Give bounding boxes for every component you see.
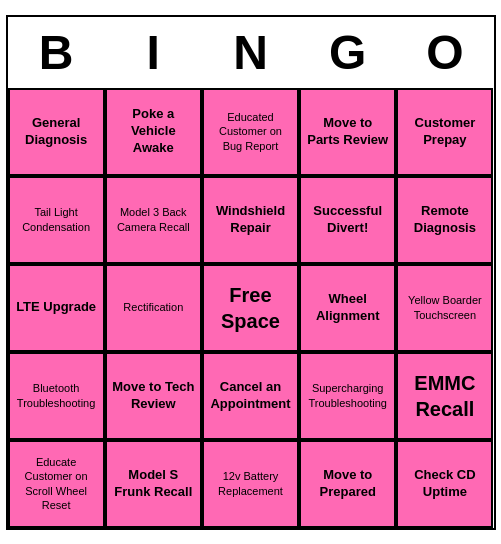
bingo-cell-text-14: Yellow Boarder Touchscreen: [402, 293, 487, 322]
bingo-cell-text-10: LTE Upgrade: [16, 299, 96, 316]
bingo-cell-10: LTE Upgrade: [8, 264, 105, 352]
bingo-cell-23: Move to Prepared: [299, 440, 396, 528]
bingo-cell-20: Educate Customer on Scroll Wheel Reset: [8, 440, 105, 528]
bingo-cell-text-19: EMMC Recall: [402, 370, 487, 422]
bingo-cell-18: Supercharging Troubleshooting: [299, 352, 396, 440]
bingo-grid: General DiagnosisPoke a Vehicle AwakeEdu…: [8, 88, 494, 528]
bingo-cell-text-1: Poke a Vehicle Awake: [111, 106, 196, 157]
bingo-cell-19: EMMC Recall: [396, 352, 493, 440]
bingo-letter-g: G: [299, 17, 396, 88]
bingo-cell-2: Educated Customer on Bug Report: [202, 88, 299, 176]
bingo-cell-12: Free Space: [202, 264, 299, 352]
bingo-cell-8: Successful Divert!: [299, 176, 396, 264]
bingo-cell-9: Remote Diagnosis: [396, 176, 493, 264]
bingo-letter-o: O: [396, 17, 493, 88]
bingo-cell-16: Move to Tech Review: [105, 352, 202, 440]
bingo-cell-11: Rectification: [105, 264, 202, 352]
bingo-cell-21: Model S Frunk Recall: [105, 440, 202, 528]
bingo-cell-text-20: Educate Customer on Scroll Wheel Reset: [14, 455, 99, 512]
bingo-cell-text-7: Windshield Repair: [208, 203, 293, 237]
bingo-cell-text-6: Model 3 Back Camera Recall: [111, 205, 196, 234]
bingo-cell-text-3: Move to Parts Review: [305, 115, 390, 149]
bingo-cell-22: 12v Battery Replacement: [202, 440, 299, 528]
bingo-cell-15: Bluetooth Troubleshooting: [8, 352, 105, 440]
bingo-cell-3: Move to Parts Review: [299, 88, 396, 176]
bingo-cell-4: Customer Prepay: [396, 88, 493, 176]
bingo-card: BINGO General DiagnosisPoke a Vehicle Aw…: [6, 15, 496, 530]
bingo-cell-text-12: Free Space: [208, 282, 293, 334]
bingo-cell-text-23: Move to Prepared: [305, 467, 390, 501]
bingo-cell-text-9: Remote Diagnosis: [402, 203, 487, 237]
bingo-cell-1: Poke a Vehicle Awake: [105, 88, 202, 176]
bingo-cell-24: Check CD Uptime: [396, 440, 493, 528]
bingo-cell-text-17: Cancel an Appointment: [208, 379, 293, 413]
bingo-cell-text-2: Educated Customer on Bug Report: [208, 110, 293, 153]
bingo-cell-text-16: Move to Tech Review: [111, 379, 196, 413]
bingo-cell-text-0: General Diagnosis: [14, 115, 99, 149]
bingo-letter-b: B: [8, 17, 105, 88]
bingo-cell-text-21: Model S Frunk Recall: [111, 467, 196, 501]
bingo-cell-0: General Diagnosis: [8, 88, 105, 176]
bingo-cell-text-4: Customer Prepay: [402, 115, 487, 149]
bingo-letter-n: N: [202, 17, 299, 88]
bingo-cell-text-22: 12v Battery Replacement: [208, 469, 293, 498]
bingo-cell-text-13: Wheel Alignment: [305, 291, 390, 325]
bingo-cell-17: Cancel an Appointment: [202, 352, 299, 440]
bingo-cell-text-15: Bluetooth Troubleshooting: [14, 381, 99, 410]
bingo-cell-text-24: Check CD Uptime: [402, 467, 487, 501]
bingo-cell-14: Yellow Boarder Touchscreen: [396, 264, 493, 352]
bingo-cell-text-5: Tail Light Condensation: [14, 205, 99, 234]
bingo-cell-13: Wheel Alignment: [299, 264, 396, 352]
bingo-cell-text-18: Supercharging Troubleshooting: [305, 381, 390, 410]
bingo-letter-i: I: [105, 17, 202, 88]
bingo-cell-6: Model 3 Back Camera Recall: [105, 176, 202, 264]
bingo-cell-7: Windshield Repair: [202, 176, 299, 264]
bingo-cell-text-8: Successful Divert!: [305, 203, 390, 237]
bingo-header: BINGO: [8, 17, 494, 88]
bingo-cell-text-11: Rectification: [123, 300, 183, 314]
bingo-cell-5: Tail Light Condensation: [8, 176, 105, 264]
